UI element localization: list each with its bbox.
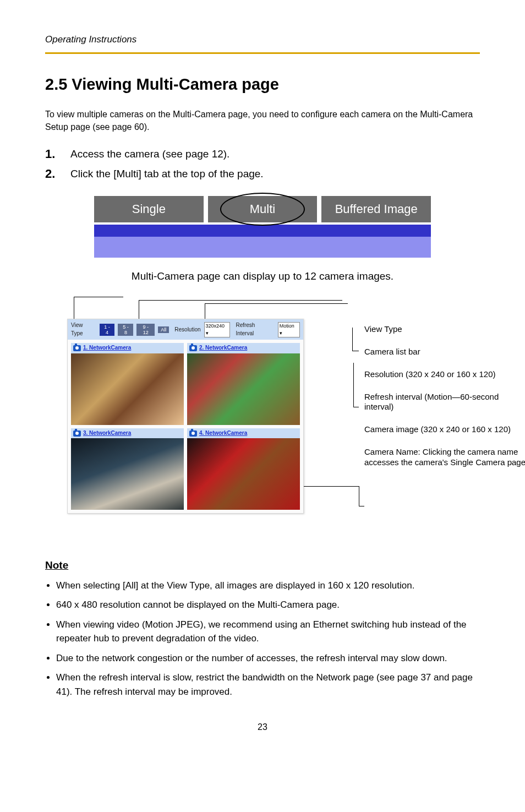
leader-line	[352, 351, 359, 351]
refresh-interval-label: Refresh Interval	[236, 321, 274, 337]
camera-icon	[189, 345, 197, 351]
camera-icon	[189, 430, 197, 437]
leader-line	[353, 363, 354, 407]
camera-thumbnail-1	[71, 353, 184, 425]
leader-line	[74, 297, 123, 297]
view-type-btn-9-12[interactable]: 9 - 12	[136, 324, 155, 336]
header-left: Operating Instructions	[45, 33, 136, 47]
step-text: Click the [Multi] tab at the top of the …	[70, 165, 264, 183]
camera-icon	[73, 430, 81, 437]
view-type-btn-5-8[interactable]: 5 - 8	[118, 324, 133, 336]
camera-link-1[interactable]: 1. NetworkCamera	[83, 344, 131, 352]
leader-line	[359, 506, 364, 506]
header-rule	[45, 52, 480, 54]
section-title: 2.5 Viewing Multi-Camera page	[45, 73, 480, 96]
callout-camera-name: Camera Name: Clicking the camera name ac…	[364, 447, 525, 468]
tab-multi[interactable]: Multi	[208, 196, 318, 222]
camera-link-3[interactable]: 3. NetworkCamera	[83, 429, 131, 438]
camera-link-2[interactable]: 2. NetworkCamera	[199, 344, 247, 352]
leader-line	[205, 303, 348, 304]
note-item: When viewing video (Motion JPEG), we rec…	[56, 618, 480, 646]
resolution-label: Resolution	[174, 326, 200, 334]
callout-camera-list-bar: Camera list bar	[364, 347, 525, 357]
step-number: 2.	[45, 165, 70, 183]
multi-caption: Multi-Camera page can display up to 12 c…	[45, 269, 480, 284]
camera-thumbnail-4	[187, 438, 300, 510]
note-item: When selecting [All] at the View Type, a…	[56, 579, 480, 593]
note-item: When the refresh interval is slow, restr…	[56, 671, 480, 699]
callout-refresh-interval: Refresh interval (Motion—60-second inter…	[364, 392, 525, 413]
step-number: 1.	[45, 145, 70, 163]
callout-camera-image: Camera image (320 x 240 or 160 x 120)	[364, 424, 525, 435]
resolution-select[interactable]: 320x240 ▾	[204, 322, 231, 337]
view-type-btn-all[interactable]: All	[158, 326, 169, 333]
page-number: 23	[45, 721, 480, 733]
multi-camera-panel: View Type 1 - 4 5 - 8 9 - 12 All Resolut…	[67, 319, 304, 514]
tab-figure: Single Multi Buffered Image	[94, 196, 431, 258]
step-text: Access the camera (see page 12).	[70, 145, 229, 163]
refresh-interval-select[interactable]: Motion ▾	[278, 322, 300, 337]
decor-bar-dark	[94, 225, 431, 237]
callout-view-type: View Type	[364, 324, 525, 335]
leader-line	[352, 328, 353, 351]
leader-line	[359, 486, 359, 506]
camera-link-4[interactable]: 4. NetworkCamera	[199, 429, 247, 438]
camera-thumbnail-3	[71, 438, 184, 510]
notes-heading: Note	[45, 558, 480, 573]
view-type-btn-1-4[interactable]: 1 - 4	[100, 324, 115, 336]
leader-line	[139, 300, 342, 301]
leader-line	[353, 407, 359, 407]
camera-icon	[73, 345, 81, 351]
tab-single[interactable]: Single	[94, 196, 204, 222]
intro-text: To view multiple cameras on the Multi-Ca…	[45, 108, 480, 133]
tab-buffered-image[interactable]: Buffered Image	[321, 196, 431, 222]
decor-bar-light	[94, 237, 431, 258]
note-item: Due to the network congestion or the num…	[56, 651, 480, 666]
callout-resolution: Resolution (320 x 240 or 160 x 120)	[364, 369, 525, 380]
view-type-label: View Type	[71, 321, 96, 337]
camera-thumbnail-2	[187, 353, 300, 425]
note-item: 640 x 480 resolution cannot be displayed…	[56, 598, 480, 612]
